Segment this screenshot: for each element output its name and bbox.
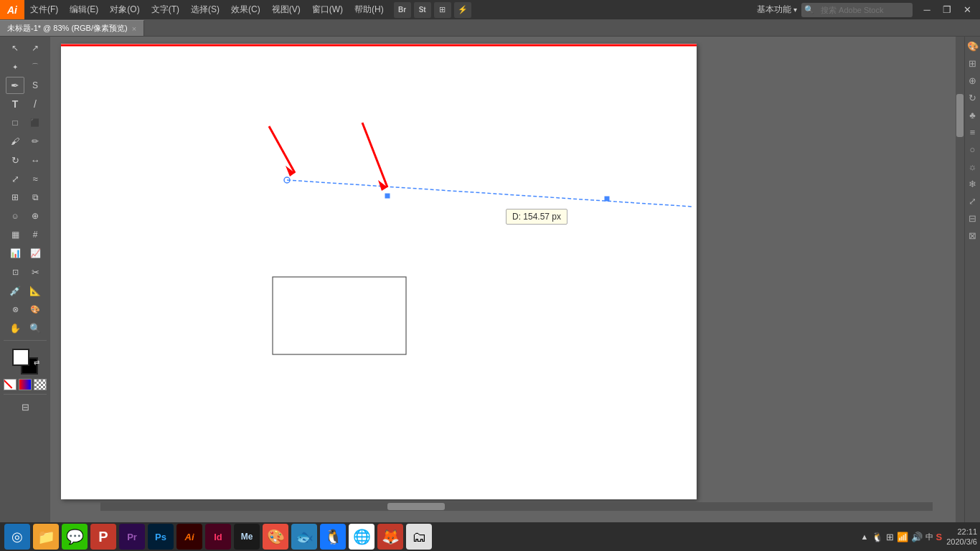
close-button[interactable]: ✕ (957, 0, 977, 19)
menu-object[interactable]: 对象(O) (104, 0, 145, 19)
live-paint-tool[interactable]: 🎨 (26, 301, 44, 318)
taskbar-illustrator[interactable]: Ai (176, 524, 202, 550)
sun-icon[interactable]: ☼ (966, 160, 979, 173)
pencil-tool[interactable]: ✏ (26, 133, 44, 150)
gradient-tool[interactable]: ▦ (6, 226, 24, 243)
lines-icon[interactable]: ≡ (966, 126, 979, 138)
rotate-tool[interactable]: ↻ (6, 151, 24, 169)
frame-icon[interactable]: ⊠ (966, 229, 979, 242)
taskbar-powerpoint[interactable]: P (90, 524, 116, 550)
curvature-tool[interactable]: S (26, 77, 44, 94)
chart-tool[interactable]: 📊 (6, 245, 24, 262)
taskbar-chrome[interactable]: 🌐 (349, 524, 374, 550)
clover-icon[interactable]: ♣ (966, 108, 979, 121)
h-scroll-thumb[interactable] (387, 503, 445, 510)
tab-title: 未标题-1* @ 83% (RGB/像素预览) (7, 23, 128, 34)
rect-tool[interactable]: □ (6, 114, 24, 131)
transform-icon[interactable]: ↻ (966, 91, 979, 104)
free-transform-tool[interactable]: ⊞ (6, 189, 24, 206)
canvas-area: D: 154.57 px (50, 37, 956, 531)
bridge-icon[interactable]: Br (394, 2, 411, 18)
menu-file[interactable]: 文件(F) (24, 0, 64, 19)
artboard-tool[interactable]: ⊡ (6, 263, 24, 281)
svg-rect-4 (605, 197, 609, 201)
menu-view[interactable]: 视图(V) (266, 0, 306, 19)
restore-button[interactable]: ❐ (937, 0, 957, 19)
title-bar: Ai 文件(F) 编辑(E) 对象(O) 文字(T) 选择(S) 效果(C) 视… (0, 0, 980, 19)
menu-edit[interactable]: 编辑(E) (64, 0, 104, 19)
taskbar-network[interactable]: ◎ (4, 524, 30, 550)
v-scrollbar[interactable] (956, 37, 964, 531)
select-tool[interactable]: ↖ (6, 39, 24, 57)
circle-panel-icon[interactable]: ○ (966, 143, 979, 156)
color-panel-icon[interactable]: 🎨 (966, 39, 979, 52)
clock: 22:11 2020/3/6 (946, 527, 977, 547)
menu-window[interactable]: 窗口(W) (306, 0, 349, 19)
taskbar-photoshop[interactable]: Ps (148, 524, 174, 550)
none-swatch[interactable] (4, 379, 17, 390)
menu-help[interactable]: 帮助(H) (349, 0, 390, 19)
mirror-tool[interactable]: ↔ (26, 151, 44, 169)
foreground-color[interactable] (12, 349, 29, 366)
color-swatch[interactable] (19, 379, 32, 390)
pen-tool[interactable]: ✒ (6, 77, 24, 94)
svg-line-5 (269, 126, 295, 173)
taskbar-folder[interactable]: 🗂 (406, 524, 432, 550)
chart-tool-2[interactable]: 📈 (26, 245, 44, 262)
taskbar-file-manager[interactable]: 📁 (33, 524, 59, 550)
taskbar-media-encoder[interactable]: Me (234, 524, 260, 550)
tool-row-13: ⊡ ✂ (6, 263, 44, 281)
slice-tool[interactable]: ✂ (26, 263, 44, 281)
shape-builder-tool[interactable]: ⊕ (26, 207, 44, 225)
tool-row-5: □ ⬛ (6, 114, 44, 131)
taskbar-game[interactable]: 🐟 (291, 524, 317, 550)
document-tab[interactable]: 未标题-1* @ 83% (RGB/像素预览) × (0, 20, 144, 36)
align-icon[interactable]: ⊞ (966, 57, 979, 70)
measure-tool[interactable]: 📐 (26, 282, 44, 299)
taskbar-indesign[interactable]: Id (205, 524, 231, 550)
snowflake-icon[interactable]: ❄ (966, 177, 979, 190)
zoom-tool[interactable]: 🔍 (26, 319, 44, 336)
tray-lang[interactable]: 中 (925, 532, 933, 542)
h-scrollbar[interactable] (100, 502, 933, 511)
taskbar-wechat[interactable]: 💬 (62, 524, 88, 550)
search-input[interactable] (816, 3, 910, 17)
perspective-tool[interactable]: ⧉ (26, 189, 44, 206)
grid-icon[interactable]: ⊟ (966, 212, 979, 225)
eyedropper-tool[interactable]: 💉 (6, 282, 24, 299)
swap-colors-icon[interactable]: ⇄ (34, 359, 39, 367)
menu-select[interactable]: 选择(S) (185, 0, 225, 19)
menu-text[interactable]: 文字(T) (146, 0, 185, 19)
direct-select-tool[interactable]: ↗ (26, 39, 44, 57)
taskbar-fox[interactable]: 🦊 (377, 524, 403, 550)
blend-tool[interactable]: ⊗ (6, 301, 24, 318)
arrange-icon[interactable]: ⊞ (434, 2, 451, 18)
puppet-warp-tool[interactable]: ☺ (6, 207, 24, 225)
tab-close-button[interactable]: × (132, 24, 136, 33)
gradient-swatch[interactable] (34, 379, 47, 390)
mesh-tool[interactable]: # (26, 226, 44, 243)
magic-wand-tool[interactable]: ✦ (6, 58, 24, 75)
type-tool[interactable]: T (6, 95, 24, 113)
menu-effect[interactable]: 效果(C) (225, 0, 266, 19)
line-tool[interactable]: / (26, 95, 44, 113)
stroke-row (4, 379, 47, 390)
taskbar-premiere[interactable]: Pr (119, 524, 145, 550)
taskbar-qq[interactable]: 🐧 (320, 524, 346, 550)
stock-icon[interactable]: St (414, 2, 431, 18)
taskbar-color-app[interactable]: 🎨 (263, 524, 288, 550)
hand-tool[interactable]: ✋ (6, 319, 24, 336)
paintbrush-tool[interactable]: 🖌 (6, 133, 24, 150)
scale-tool[interactable]: ⤢ (6, 170, 24, 187)
resize-icon[interactable]: ⤢ (966, 194, 979, 207)
tool-row-8: ⤢ ≈ (6, 170, 44, 187)
pathfinder-icon[interactable]: ⊕ (966, 74, 979, 87)
lasso-tool[interactable]: ⌒ (26, 58, 44, 75)
change-screen-mode[interactable]: ⊟ (16, 398, 34, 415)
warp-tool[interactable]: ≈ (26, 170, 44, 187)
paint-bucket-tool[interactable]: ⬛ (26, 114, 44, 131)
minimize-button[interactable]: ─ (917, 0, 937, 19)
gpu-icon[interactable]: ⚡ (454, 2, 471, 18)
v-scroll-thumb[interactable] (956, 94, 963, 137)
tray-arrow[interactable]: ▲ (861, 532, 869, 541)
